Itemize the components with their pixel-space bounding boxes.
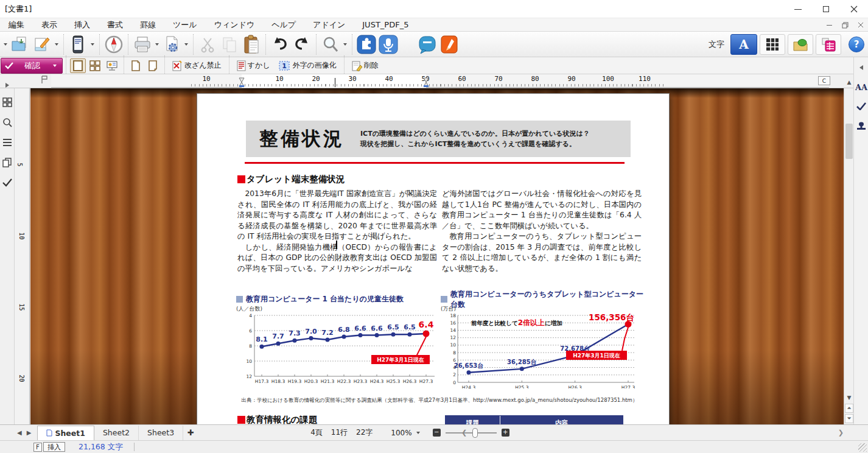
scroll-right-button[interactable]: ❯ — [838, 429, 844, 437]
outline-view-button[interactable] — [2, 137, 13, 148]
doc-close-button[interactable] — [856, 20, 866, 30]
redo-button[interactable] — [291, 33, 313, 56]
menu-insert[interactable]: 挿入 — [66, 18, 99, 32]
presentation-view-button[interactable] — [104, 58, 120, 73]
voice-button[interactable] — [377, 33, 399, 56]
horizontal-ruler[interactable]: 10 102030405060708090100110 — [51, 74, 829, 88]
sidebar-expand-button[interactable] — [2, 80, 13, 91]
font-status-box: F — [33, 443, 42, 452]
font-panel-button[interactable]: AA — [855, 83, 867, 92]
navigation-button[interactable] — [103, 33, 125, 56]
sheet-tab-2[interactable]: Sheet2 — [94, 426, 139, 440]
scrollbar-thumb[interactable] — [845, 124, 853, 159]
delete-button[interactable]: 削除 — [348, 58, 383, 73]
svg-text:H22.3: H22.3 — [337, 379, 351, 384]
proofread-button[interactable] — [2, 177, 13, 188]
add-sheet-button[interactable]: ✚ — [183, 428, 198, 437]
help-button[interactable]: ? — [849, 37, 864, 52]
search-button[interactable] — [320, 33, 341, 56]
menu-addin[interactable]: アドイン — [304, 18, 354, 32]
tamper-protect-button[interactable]: 改ざん禁止 — [168, 58, 226, 73]
separator — [66, 55, 66, 76]
table-tool-button[interactable] — [760, 34, 785, 55]
zoom-dropdown-icon[interactable] — [416, 432, 420, 434]
page-style-b-button[interactable] — [145, 58, 161, 73]
sheet-tab-1[interactable]: Sheet1 — [37, 426, 94, 440]
zoom-level[interactable]: 100% — [391, 429, 411, 437]
open-file-button[interactable] — [9, 33, 31, 56]
print-settings-button[interactable] — [161, 33, 183, 56]
svg-text:H25.3: H25.3 — [387, 379, 401, 384]
viewer-dropdown[interactable] — [91, 43, 94, 46]
single-page-view-button[interactable] — [70, 58, 86, 73]
paste-button[interactable] — [240, 33, 262, 56]
separator — [99, 34, 100, 55]
table-header-content: 内容 — [500, 416, 623, 424]
text-tool-button[interactable]: A — [730, 34, 757, 55]
multi-page-view-button[interactable] — [87, 58, 103, 73]
panel-collapse-button[interactable] — [855, 63, 867, 72]
document-workspace[interactable]: 整備状況 ICTの環境整備はどのくらい進んでいるのか。日本が置かれている状況は？… — [30, 88, 844, 424]
comment-button[interactable] — [416, 33, 438, 56]
ruler-flag-icon[interactable] — [40, 76, 49, 84]
stamp-panel-button[interactable] — [855, 122, 867, 133]
page-up-button[interactable]: ⏶ — [845, 404, 853, 413]
menu-border[interactable]: 罫線 — [131, 18, 164, 32]
redo-icon — [293, 36, 311, 53]
print-dropdown[interactable] — [155, 43, 159, 46]
sheet-tab-3[interactable]: Sheet3 — [139, 426, 183, 440]
window-title: [文書1] — [5, 4, 32, 15]
left-margin-marker[interactable] — [239, 77, 245, 88]
right-margin-marker[interactable] — [423, 77, 429, 88]
document-page[interactable]: 整備状況 ICTの環境整備はどのくらい進んでいるのか。日本が置かれている状況は？… — [197, 93, 670, 424]
svg-text:H20.3: H20.3 — [304, 379, 318, 384]
ruler-unit-button[interactable]: C — [818, 76, 830, 85]
resize-grip[interactable] — [858, 443, 867, 452]
save-dropdown[interactable] — [55, 43, 58, 46]
gaiji-image-button[interactable]: 1 外字の画像化 — [274, 58, 340, 73]
viewer-button[interactable] — [67, 33, 89, 56]
menu-format[interactable]: 書式 — [99, 18, 131, 32]
vertical-ruler[interactable]: 5101520 — [15, 88, 30, 424]
scroll-down-button[interactable]: ▼ — [845, 393, 853, 402]
addon-button[interactable] — [355, 33, 377, 56]
menu-tools[interactable]: ツール — [164, 18, 206, 32]
insert-mode-toggle[interactable]: 挿入 — [43, 442, 65, 452]
menu-just-pdf5[interactable]: JUST_PDF_5 — [354, 18, 417, 32]
save-edit-button[interactable] — [31, 33, 53, 56]
print-button[interactable] — [131, 33, 153, 56]
page-style-a-button[interactable] — [128, 58, 144, 73]
doc-minimize-button[interactable] — [824, 20, 834, 30]
search-dropdown[interactable] — [343, 43, 347, 46]
maximize-button[interactable] — [812, 0, 840, 18]
doc-restore-button[interactable] — [840, 20, 850, 30]
confirm-button[interactable]: 確認 — [1, 58, 63, 74]
watermark-button[interactable]: すかし — [233, 58, 275, 73]
zoom-out-button[interactable]: − — [433, 429, 441, 437]
close-button[interactable] — [840, 0, 868, 18]
paragraph: 2013年6月に「世界最先端IT 国家創造宣言」が閣議決定され、国民全体の IT… — [237, 189, 437, 242]
chart1-container: 教育用コンピューター 1 台当たりの児童生徒数 (人／台数) 4681012H1… — [236, 295, 441, 390]
object-tool-button[interactable] — [788, 34, 813, 55]
undo-button[interactable] — [269, 33, 291, 56]
menu-view[interactable]: 表示 — [33, 18, 66, 32]
scroll-left-button[interactable]: ❮ — [461, 429, 467, 437]
horizontal-scrollbar[interactable]: ❮ ❯ — [458, 426, 847, 438]
layout-tool-button[interactable] — [816, 34, 841, 55]
menu-window[interactable]: ウィンドウ — [206, 18, 264, 32]
vertical-scrollbar[interactable]: ▲ ▼ ⏶ ⏷ — [844, 88, 853, 424]
zoom-tool-button[interactable] — [2, 117, 13, 128]
scroll-up-button[interactable]: ▲ — [845, 77, 853, 87]
page-copy-button[interactable] — [2, 157, 13, 168]
tab-prev-button[interactable]: ◀ — [17, 429, 22, 436]
page-layout-button[interactable] — [2, 97, 13, 108]
tab-next-button[interactable]: ▶ — [27, 429, 32, 436]
highlighter-button[interactable] — [438, 33, 460, 56]
check-panel-button[interactable] — [855, 102, 867, 112]
menu-help[interactable]: ヘルプ — [263, 18, 304, 32]
minimize-button[interactable] — [784, 0, 812, 18]
page-down-button[interactable]: ⏷ — [845, 414, 853, 423]
print-settings-dropdown[interactable] — [184, 43, 188, 46]
menu-edit[interactable]: 編集 — [0, 18, 33, 32]
toolbar-overflow-dropdown[interactable] — [4, 43, 7, 46]
